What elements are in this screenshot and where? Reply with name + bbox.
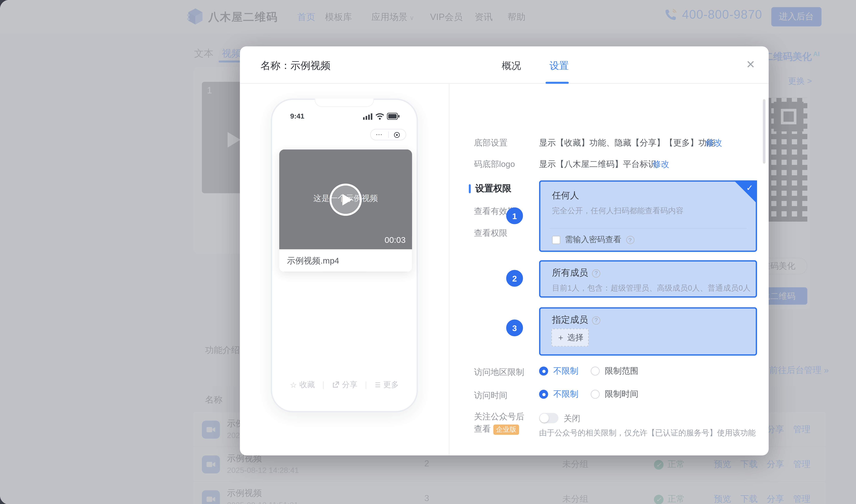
- option-all-members-desc: 目前1人，包含：超级管理员、高级成员0人、普通成员0人: [552, 283, 751, 294]
- callout-badge-1: 1: [506, 208, 523, 224]
- option-all-members-card[interactable]: 所有成员? 目前1人，包含：超级管理员、高级成员0人、普通成员0人: [539, 260, 757, 298]
- radio-selected-icon[interactable]: [539, 366, 548, 376]
- logo-setting-label: 码底部logo: [474, 159, 515, 170]
- video-duration: 00:03: [385, 235, 406, 245]
- tab-settings-underline: [546, 82, 569, 84]
- option-anyone-title: 任何人: [552, 190, 579, 202]
- status-icons: [363, 113, 400, 120]
- time-label: 访问时间: [474, 390, 508, 401]
- phone-notch: [315, 98, 374, 107]
- video-settings-modal: 名称：示例视频 概况 设置 ✕ 9:41: [240, 46, 769, 455]
- option-anyone-card[interactable]: ✓ 任何人 完全公开，任何人扫码都能查看码内容 需输入密码查看 ?: [539, 180, 757, 252]
- wifi-icon: [375, 113, 384, 120]
- time-unlimited-radio[interactable]: 不限制: [539, 389, 579, 400]
- region-limited-radio[interactable]: 限制范围: [590, 365, 638, 377]
- play-button[interactable]: [329, 183, 362, 215]
- select-members-button[interactable]: ＋选择: [551, 328, 588, 346]
- share-button[interactable]: 分享: [324, 379, 366, 391]
- miniapp-capsule[interactable]: ⋯: [370, 129, 406, 140]
- radio-unselected-icon[interactable]: [590, 366, 600, 376]
- callout-badge-3: 3: [506, 320, 523, 336]
- section-bar: [469, 184, 470, 193]
- follow-label-line1: 关注公众号后: [474, 411, 524, 422]
- capsule-home-icon[interactable]: [389, 132, 406, 138]
- option-anyone-desc: 完全公开，任何人扫码都能查看码内容: [552, 205, 683, 217]
- video-player[interactable]: 这是一个示例视频 00:03: [279, 149, 412, 249]
- logo-setting-value: 显示【八木屋二维码】平台标识: [539, 159, 656, 170]
- status-time: 9:41: [290, 112, 304, 120]
- region-unlimited-radio[interactable]: 不限制: [539, 365, 579, 377]
- follow-toggle[interactable]: [539, 413, 559, 423]
- modal-scrollbar-thumb[interactable]: [763, 99, 766, 164]
- phone-action-bar: ☆收藏 分享 ☰更多: [272, 379, 417, 391]
- signal-icon: [363, 113, 373, 120]
- close-icon[interactable]: ✕: [743, 57, 758, 72]
- menu-icon: ☰: [375, 381, 381, 389]
- video-card: 这是一个示例视频 00:03 示例视频.mp4: [279, 149, 412, 272]
- permission-section-title: 设置权限: [469, 183, 511, 195]
- help-icon[interactable]: ?: [592, 269, 600, 277]
- star-icon: ☆: [290, 380, 297, 390]
- more-dots-icon[interactable]: ⋯: [371, 129, 388, 140]
- favorite-button[interactable]: ☆收藏: [281, 379, 323, 391]
- selected-ribbon: [734, 180, 757, 204]
- follow-label-line2: 查看企业版: [474, 423, 519, 435]
- option-specific-card[interactable]: 指定成员? ＋选择: [539, 307, 757, 356]
- pane-divider: [449, 84, 449, 455]
- enterprise-badge: 企业版: [493, 425, 519, 435]
- tab-settings[interactable]: 设置: [549, 60, 569, 72]
- more-button[interactable]: ☰更多: [366, 379, 407, 391]
- password-checkbox-row[interactable]: 需输入密码查看 ?: [552, 234, 634, 246]
- bottom-setting-value: 显示【收藏】功能、隐藏【分享】【更多】功能: [539, 137, 715, 149]
- help-icon[interactable]: ?: [626, 236, 634, 244]
- modal-title: 名称：示例视频: [260, 59, 330, 73]
- callout-badge-2: 2: [506, 270, 523, 287]
- region-label: 访问地区限制: [474, 366, 524, 378]
- help-icon[interactable]: ?: [592, 316, 600, 324]
- phone-preview: 9:41 ⋯: [271, 98, 418, 412]
- bottom-setting-label: 底部设置: [474, 137, 508, 149]
- toggle-state-label: 关闭: [564, 413, 580, 425]
- plus-icon: ＋: [557, 332, 565, 343]
- option-specific-title: 指定成员?: [552, 314, 600, 326]
- option-all-members-title: 所有成员?: [552, 267, 600, 279]
- follow-note: 由于公众号的相关限制，仅允许【已认证的服务号】使用该功能: [539, 428, 756, 439]
- radio-unselected-icon[interactable]: [590, 390, 600, 399]
- modal-header: 名称：示例视频 概况 设置 ✕: [240, 46, 769, 84]
- video-filename: 示例视频.mp4: [279, 249, 412, 272]
- view-permission-label: 查看权限: [474, 228, 508, 239]
- browser-page: 八木屋二维码 首页 模板库 应用场景∨ VIP会员 资讯 帮助 400-800-…: [0, 0, 856, 504]
- checkbox[interactable]: [552, 236, 560, 244]
- radio-selected-icon[interactable]: [539, 390, 548, 399]
- logo-setting-edit-link[interactable]: 修改: [653, 159, 669, 170]
- check-icon: ✓: [746, 183, 753, 193]
- bottom-setting-edit-link[interactable]: 修改: [705, 137, 722, 149]
- tab-overview[interactable]: 概况: [502, 60, 521, 72]
- battery-icon: [387, 113, 400, 120]
- share-icon: [332, 381, 339, 389]
- time-limited-radio[interactable]: 限制时间: [590, 389, 638, 400]
